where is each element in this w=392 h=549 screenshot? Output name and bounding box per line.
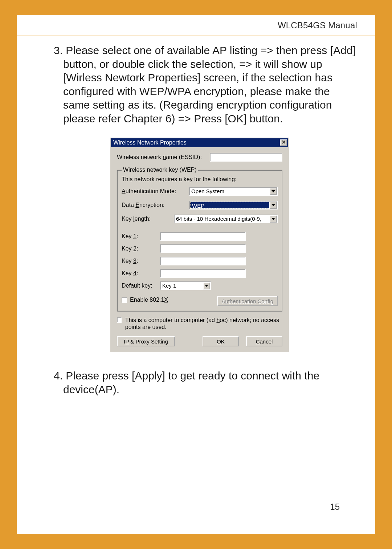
- close-icon: ✕: [282, 139, 286, 145]
- adhoc-label: This is a computer to computer (ad hoc) …: [125, 317, 282, 330]
- data-encryption-label: Data Encryption:: [122, 202, 189, 208]
- dialog-title: Wireless Network Properties: [113, 139, 187, 146]
- default-key-value: Key 1: [161, 282, 203, 289]
- dropdown-arrow-icon[interactable]: [270, 202, 277, 209]
- step-text-4: Please press [Apply] to get ready to con…: [63, 370, 319, 395]
- enable-8021x-label: Enable 802.1X: [130, 297, 168, 303]
- key-length-label: Key length:: [122, 216, 174, 222]
- instruction-step-4: 4. Please press [Apply] to get ready to …: [42, 369, 357, 396]
- data-encryption-value: WEP: [190, 202, 269, 208]
- step-num-3: 3.: [54, 44, 66, 56]
- key-length-select[interactable]: 64 bits - 10 Hexadecimal digits(0-9,: [174, 215, 278, 223]
- manual-title: WLCB54GS Manual: [42, 20, 357, 30]
- page-number: 15: [330, 502, 340, 512]
- step-text-3: Please select one of available AP listin…: [63, 44, 356, 125]
- essid-input[interactable]: [210, 153, 282, 162]
- key-length-value: 64 bits - 10 Hexadecimal digits(0-9,: [175, 215, 270, 223]
- key3-label: Key 3:: [122, 258, 160, 264]
- wep-legend: Wireless network key (WEP): [122, 167, 198, 173]
- wireless-properties-dialog: Wireless Network Properties ✕ Wireless n…: [110, 138, 289, 352]
- key2-label: Key 2:: [122, 245, 160, 252]
- cancel-button[interactable]: Cancel: [246, 336, 282, 346]
- key3-input[interactable]: [160, 257, 246, 265]
- dropdown-arrow-icon[interactable]: [270, 215, 277, 223]
- dialog-titlebar: Wireless Network Properties ✕: [110, 138, 289, 147]
- wep-group: Wireless network key (WEP) This network …: [117, 167, 282, 312]
- step-num-4: 4.: [54, 370, 66, 382]
- auth-mode-select[interactable]: Open System: [189, 187, 278, 196]
- enable-8021x-checkbox[interactable]: [122, 297, 127, 303]
- ok-button[interactable]: OK: [203, 336, 239, 346]
- key1-input[interactable]: [160, 232, 246, 241]
- authentication-config-button: Authentication Config: [217, 296, 278, 306]
- key4-input[interactable]: [160, 269, 246, 278]
- header-divider: [17, 36, 375, 36]
- close-button[interactable]: ✕: [280, 139, 287, 146]
- auth-mode-value: Open System: [190, 188, 270, 195]
- dropdown-arrow-icon[interactable]: [270, 188, 277, 195]
- ip-proxy-setting-button[interactable]: IP & Proxy Setting: [117, 336, 175, 346]
- default-key-label: Default key:: [122, 282, 160, 289]
- essid-label: Wireless network name (ESSID):: [117, 154, 210, 160]
- dropdown-arrow-icon[interactable]: [203, 282, 210, 289]
- auth-mode-label: Authentication Mode:: [122, 188, 189, 195]
- key4-label: Key 4:: [122, 270, 160, 277]
- default-key-select[interactable]: Key 1: [160, 281, 211, 290]
- instruction-step-3: 3. Please select one of available AP lis…: [42, 44, 357, 125]
- wep-intro: This network requires a key for the foll…: [122, 176, 278, 183]
- key1-label: Key 1:: [122, 233, 160, 240]
- key2-input[interactable]: [160, 244, 246, 253]
- adhoc-checkbox[interactable]: [117, 317, 122, 323]
- data-encryption-select[interactable]: WEP: [189, 201, 278, 210]
